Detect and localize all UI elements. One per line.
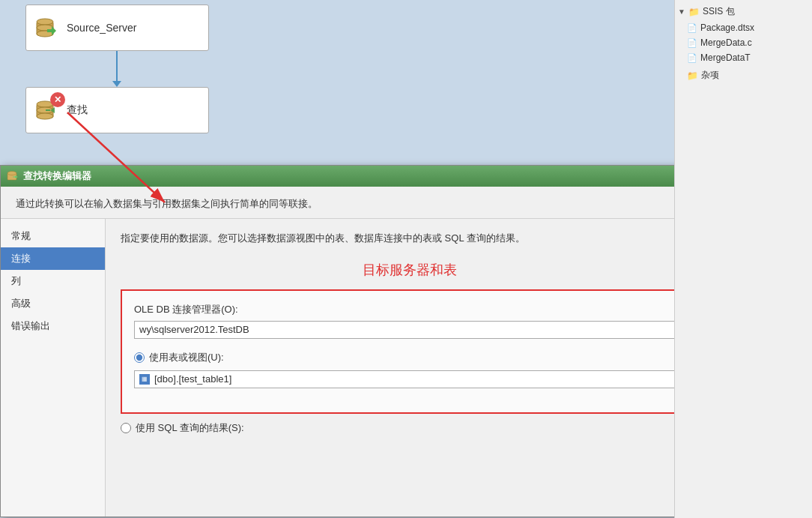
- ole-db-dropdown[interactable]: wy\sqlserver2012.TestDB ▼: [134, 321, 685, 339]
- ssis-file-label-3: MergeDataT: [700, 52, 751, 63]
- svg-point-12: [7, 172, 16, 175]
- ssis-file-label-1: Package.dtsx: [700, 22, 754, 33]
- table-icon: ▦: [139, 374, 150, 385]
- ssis-misc-folder[interactable]: 📁 杂项: [675, 67, 812, 84]
- expand-icon: ▼: [678, 7, 685, 16]
- ssis-panel: ▼ 📁 SSIS 包 📄 Package.dtsx 📄 MergeData.c …: [674, 0, 812, 518]
- source-node-label: Source_Server: [67, 22, 136, 34]
- ole-db-value: wy\sqlserver2012.TestDB: [139, 324, 249, 335]
- ole-select-row: wy\sqlserver2012.TestDB ▼: [134, 321, 685, 339]
- table-select-row: ▦ [dbo].[test_table1] ▼: [134, 370, 685, 388]
- ole-label: OLE DB 连接管理器(O):: [134, 303, 685, 316]
- dialog-title: 查找转换编辑器: [23, 169, 732, 183]
- highlighted-connection-box: OLE DB 连接管理器(O): wy\sqlserver2012.TestDB…: [121, 289, 699, 414]
- source-db-icon: [35, 16, 59, 40]
- ole-db-group: OLE DB 连接管理器(O): wy\sqlserver2012.TestDB…: [134, 303, 685, 339]
- source-server-node[interactable]: Source_Server: [25, 4, 209, 51]
- nav-item-advanced[interactable]: 高级: [1, 292, 105, 315]
- ssis-file-icon-1: 📄: [687, 23, 697, 33]
- use-table-group: 使用表或视图(U): ▦ [dbo].[test_table1] ▼: [134, 351, 685, 388]
- lookup-icon-container: ✕: [35, 98, 59, 122]
- use-table-label: 使用表或视图(U):: [149, 351, 224, 364]
- lookup-node-label: 查找: [67, 103, 88, 117]
- table-dropdown[interactable]: ▦ [dbo].[test_table1] ▼: [134, 370, 685, 388]
- connector-arrow: [112, 51, 121, 87]
- nav-panel: 常规 连接 列 高级 错误输出: [1, 219, 106, 517]
- svg-point-1: [37, 19, 53, 25]
- ssis-file-3[interactable]: 📄 MergeDataT: [675, 50, 812, 65]
- lookup-node[interactable]: ✕ 查找: [25, 87, 209, 133]
- use-table-radio[interactable]: [134, 352, 145, 363]
- nav-item-columns[interactable]: 列: [1, 270, 105, 292]
- use-sql-radio[interactable]: [121, 423, 131, 433]
- annotation-label: 目标服务器和表: [121, 261, 699, 279]
- ssis-tree-root: ▼ 📁 SSIS 包: [675, 3, 812, 20]
- use-sql-radio-row: 使用 SQL 查询的结果(S):: [121, 421, 699, 435]
- ssis-misc-folder-icon: 📁: [687, 70, 698, 81]
- nav-item-connection[interactable]: 连接: [1, 247, 105, 270]
- ssis-root-label: SSIS 包: [703, 5, 735, 18]
- content-description: 指定要使用的数据源。您可以选择数据源视图中的表、数据库连接中的表或 SQL 查询…: [121, 231, 699, 246]
- use-sql-label: 使用 SQL 查询的结果(S):: [136, 421, 244, 435]
- use-table-radio-row: 使用表或视图(U):: [134, 351, 685, 364]
- table-value: [dbo].[test_table1]: [154, 373, 231, 385]
- nav-item-error-output[interactable]: 错误输出: [1, 315, 105, 337]
- canvas-area: Source_Server ✕ 查找: [0, 0, 674, 518]
- ssis-file-1[interactable]: 📄 Package.dtsx: [675, 20, 812, 35]
- ssis-misc-label: 杂项: [701, 69, 719, 82]
- lookup-close-icon[interactable]: ✕: [50, 92, 65, 107]
- ssis-file-2[interactable]: 📄 MergeData.c: [675, 35, 812, 50]
- ssis-package-folder-icon: 📁: [688, 7, 700, 17]
- dialog-title-icon: [7, 170, 19, 182]
- nav-item-general[interactable]: 常规: [1, 225, 105, 247]
- content-panel: 指定要使用的数据源。您可以选择数据源视图中的表、数据库连接中的表或 SQL 查询…: [106, 219, 714, 517]
- ssis-file-label-2: MergeData.c: [700, 37, 752, 48]
- ssis-file-icon-3: 📄: [687, 53, 697, 63]
- ssis-file-icon-2: 📄: [687, 38, 697, 48]
- svg-point-8: [37, 113, 53, 119]
